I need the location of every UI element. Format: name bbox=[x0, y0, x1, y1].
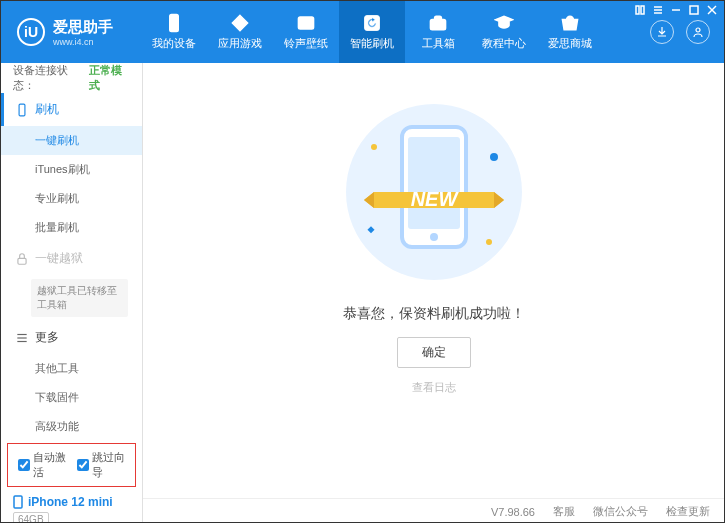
nav-apps[interactable]: 应用游戏 bbox=[207, 1, 273, 63]
svg-rect-17 bbox=[18, 258, 26, 264]
success-illustration: NEW 恭喜您，保资料刷机成功啦！ 确定 查看日志 bbox=[143, 63, 724, 395]
update-link[interactable]: 检查更新 bbox=[666, 504, 710, 519]
header: iU 爱思助手 www.i4.cn 我的设备 应用游戏 铃声壁纸 智能刷机 工具… bbox=[1, 1, 724, 63]
sidebar-item-pro-flash[interactable]: 专业刷机 bbox=[1, 184, 142, 213]
app-name: 爱思助手 bbox=[53, 18, 113, 37]
phone-icon bbox=[13, 495, 23, 509]
sidebar-item-itunes-flash[interactable]: iTunes刷机 bbox=[1, 155, 142, 184]
device-name[interactable]: iPhone 12 mini bbox=[13, 495, 130, 509]
apps-icon bbox=[230, 13, 250, 33]
download-button[interactable] bbox=[650, 20, 674, 44]
sidebar-section-more[interactable]: 更多 bbox=[1, 321, 142, 354]
header-right bbox=[650, 20, 724, 44]
sidebar-item-batch-flash[interactable]: 批量刷机 bbox=[1, 213, 142, 242]
svg-text:NEW: NEW bbox=[410, 188, 459, 210]
svg-point-31 bbox=[490, 153, 498, 161]
phone-icon bbox=[15, 103, 29, 117]
nav-device[interactable]: 我的设备 bbox=[141, 1, 207, 63]
svg-point-30 bbox=[371, 144, 377, 150]
nav-flash[interactable]: 智能刷机 bbox=[339, 1, 405, 63]
user-button[interactable] bbox=[686, 20, 710, 44]
logo-icon: iU bbox=[17, 18, 45, 46]
sidebar-section-jailbreak[interactable]: 一键越狱 bbox=[1, 242, 142, 275]
sidebar-section-flash[interactable]: 刷机 bbox=[1, 93, 142, 126]
svg-point-25 bbox=[430, 233, 438, 241]
nav-tools[interactable]: 工具箱 bbox=[405, 1, 471, 63]
service-link[interactable]: 客服 bbox=[553, 504, 575, 519]
graduation-icon bbox=[494, 13, 514, 33]
version-label: V7.98.66 bbox=[491, 506, 535, 518]
svg-rect-0 bbox=[636, 6, 639, 14]
refresh-icon bbox=[362, 13, 382, 33]
main-content: NEW 恭喜您，保资料刷机成功啦！ 确定 查看日志 V7.98.66 客服 微信… bbox=[143, 63, 724, 523]
view-log-link[interactable]: 查看日志 bbox=[412, 380, 456, 395]
device-capacity: 64GB bbox=[13, 512, 49, 523]
success-message: 恭喜您，保资料刷机成功啦！ bbox=[343, 305, 525, 323]
svg-rect-1 bbox=[641, 6, 644, 14]
app-url: www.i4.cn bbox=[53, 37, 113, 47]
top-nav: 我的设备 应用游戏 铃声壁纸 智能刷机 工具箱 教程中心 爱思商城 bbox=[141, 1, 650, 63]
sidebar-item-advanced[interactable]: 高级功能 bbox=[1, 412, 142, 441]
nav-ringtone[interactable]: 铃声壁纸 bbox=[273, 1, 339, 63]
sidebar: 设备连接状态：正常模式 刷机 一键刷机 iTunes刷机 专业刷机 批量刷机 一… bbox=[1, 63, 143, 523]
svg-rect-6 bbox=[690, 6, 698, 14]
logo-area: iU 爱思助手 www.i4.cn bbox=[1, 18, 141, 47]
menu-icon[interactable] bbox=[651, 3, 665, 17]
svg-point-10 bbox=[173, 27, 175, 29]
svg-rect-21 bbox=[14, 496, 22, 508]
wechat-link[interactable]: 微信公众号 bbox=[593, 504, 648, 519]
footer: V7.98.66 客服 微信公众号 检查更新 bbox=[143, 498, 724, 523]
svg-rect-11 bbox=[299, 17, 314, 29]
sidebar-item-download-firmware[interactable]: 下载固件 bbox=[1, 383, 142, 412]
svg-point-32 bbox=[486, 239, 492, 245]
phone-icon bbox=[164, 13, 184, 33]
layout-icon[interactable] bbox=[633, 3, 647, 17]
svg-rect-14 bbox=[431, 20, 446, 30]
flash-options: 自动激活 跳过向导 bbox=[7, 443, 136, 487]
close-button[interactable] bbox=[705, 3, 719, 17]
lock-icon bbox=[15, 252, 29, 266]
connection-status: 设备连接状态：正常模式 bbox=[1, 63, 142, 93]
minimize-button[interactable] bbox=[669, 3, 683, 17]
nav-store[interactable]: 爱思商城 bbox=[537, 1, 603, 63]
store-icon bbox=[560, 13, 580, 33]
nav-tutorial[interactable]: 教程中心 bbox=[471, 1, 537, 63]
ok-button[interactable]: 确定 bbox=[397, 337, 471, 368]
device-info: iPhone 12 mini 64GB Down-12mini-13,1 bbox=[1, 489, 142, 523]
menu-icon bbox=[15, 331, 29, 345]
maximize-button[interactable] bbox=[687, 3, 701, 17]
skip-guide-checkbox[interactable]: 跳过向导 bbox=[77, 450, 126, 480]
jailbreak-note: 越狱工具已转移至工具箱 bbox=[31, 279, 128, 317]
sidebar-item-oneclick-flash[interactable]: 一键刷机 bbox=[1, 126, 142, 155]
sidebar-item-other-tools[interactable]: 其他工具 bbox=[1, 354, 142, 383]
auto-activate-checkbox[interactable]: 自动激活 bbox=[18, 450, 67, 480]
svg-rect-24 bbox=[408, 137, 460, 229]
svg-point-15 bbox=[696, 28, 700, 32]
window-controls bbox=[633, 3, 719, 17]
archive-icon bbox=[296, 13, 316, 33]
toolbox-icon bbox=[428, 13, 448, 33]
svg-rect-16 bbox=[19, 104, 25, 116]
